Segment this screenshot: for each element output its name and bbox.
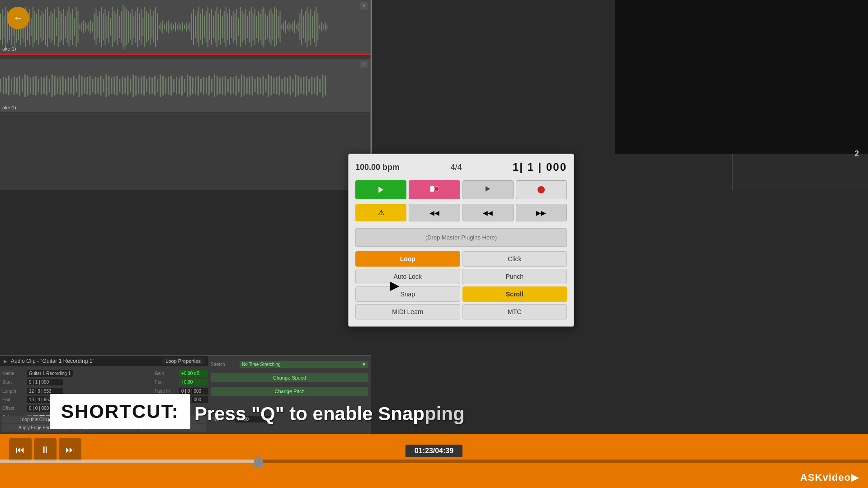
waveform-track-2[interactable]: ake 1) + — [0, 59, 370, 113]
stop-record-button[interactable] — [409, 180, 460, 199]
svg-rect-21 — [36, 14, 37, 41]
svg-rect-24 — [42, 11, 42, 42]
name-value[interactable]: Guitar 1 Recording 1 — [27, 370, 73, 377]
start-value[interactable]: 0 | 1 | 000 — [27, 379, 63, 385]
svg-rect-95 — [170, 25, 170, 29]
svg-rect-262 — [211, 79, 212, 93]
add-track-button[interactable]: + — [360, 2, 368, 9]
pause-button[interactable]: ⏸ — [34, 438, 57, 461]
add-track-2-button[interactable]: + — [360, 61, 368, 68]
svg-rect-72 — [128, 11, 129, 42]
svg-rect-189 — [14, 77, 15, 95]
svg-rect-243 — [160, 75, 161, 97]
scroll-button[interactable]: Scroll — [462, 286, 567, 302]
svg-rect-257 — [198, 76, 199, 96]
svg-rect-161 — [288, 23, 289, 32]
svg-rect-117 — [209, 14, 210, 41]
svg-rect-318 — [430, 186, 434, 192]
rewind-button[interactable]: ◀◀ — [462, 204, 514, 221]
svg-rect-120 — [215, 11, 216, 42]
svg-rect-36 — [63, 9, 64, 45]
svg-rect-211 — [73, 76, 75, 96]
svg-rect-130 — [233, 11, 234, 42]
svg-rect-191 — [19, 76, 20, 96]
stretch-value[interactable]: No Time-Stretching ▼ — [240, 361, 368, 368]
svg-rect-150 — [269, 11, 270, 42]
bpm-display[interactable]: 100.00 bpm — [355, 163, 400, 172]
svg-rect-158 — [283, 23, 284, 32]
svg-rect-278 — [255, 79, 256, 93]
svg-rect-53 — [94, 14, 94, 41]
svg-rect-47 — [83, 20, 84, 34]
svg-rect-59 — [104, 9, 105, 45]
svg-rect-78 — [139, 14, 140, 41]
back-icon: ← — [13, 12, 23, 24]
skip-back-button[interactable]: ⏮ — [9, 438, 32, 461]
svg-rect-160 — [287, 25, 288, 29]
svg-rect-170 — [305, 11, 306, 42]
svg-rect-110 — [197, 11, 198, 42]
svg-rect-155 — [278, 16, 278, 38]
waveform-track-1[interactable]: ake 1) + — [0, 0, 370, 54]
function-buttons-grid: Loop Click Auto Lock Punch Snap Scroll M… — [355, 251, 567, 319]
change-pitch-btn[interactable]: Change Pitch — [211, 387, 368, 396]
svg-rect-302 — [319, 79, 321, 93]
svg-rect-136 — [244, 14, 245, 41]
time-sig-display[interactable]: 4/4 — [450, 163, 462, 172]
svg-rect-85 — [151, 16, 152, 38]
play-record-button[interactable] — [355, 180, 406, 199]
svg-rect-58 — [103, 14, 104, 41]
click-button[interactable]: Click — [462, 251, 567, 267]
length-value[interactable]: 12 | 3 | 953 — [27, 388, 63, 394]
bottom-bar: ⏮ ⏸ ⏭ 01:23/04:39 — [0, 434, 868, 488]
svg-rect-115 — [206, 11, 207, 42]
loop-properties-tab[interactable]: Loop Properties — [162, 357, 204, 365]
svg-rect-241 — [154, 76, 156, 96]
svg-rect-154 — [276, 9, 277, 45]
svg-rect-288 — [281, 79, 283, 93]
svg-rect-63 — [112, 7, 113, 47]
svg-rect-134 — [240, 7, 241, 47]
loop-button[interactable]: Loop — [355, 251, 460, 267]
svg-rect-317 — [378, 187, 380, 192]
skip-forward-button[interactable]: ⏭ — [59, 438, 81, 461]
svg-rect-168 — [301, 9, 302, 45]
svg-rect-228 — [119, 79, 120, 93]
mtc-button[interactable]: MTC — [462, 304, 567, 319]
svg-rect-165 — [296, 25, 297, 29]
rewind-to-start-button[interactable]: ◀◀ — [409, 204, 460, 221]
svg-rect-203 — [52, 75, 53, 97]
svg-rect-169 — [303, 16, 304, 38]
svg-rect-40 — [71, 14, 71, 41]
svg-rect-60 — [106, 16, 107, 38]
shortcut-box: SHORTCUT: — [50, 394, 190, 429]
punch-button[interactable]: Punch — [462, 269, 567, 284]
record-button[interactable] — [516, 180, 567, 199]
transport-main-buttons — [355, 180, 567, 199]
svg-rect-217 — [90, 76, 91, 96]
snap-button[interactable]: Snap — [355, 286, 460, 302]
svg-rect-125 — [224, 11, 225, 42]
svg-rect-287 — [278, 76, 280, 96]
svg-rect-250 — [179, 78, 180, 94]
warning-button[interactable]: ⚠ — [355, 204, 406, 221]
svg-rect-284 — [271, 76, 272, 96]
svg-rect-249 — [176, 77, 177, 95]
back-button[interactable]: ← — [7, 7, 29, 29]
svg-rect-101 — [180, 25, 181, 29]
fast-forward-button[interactable]: ▶▶ — [516, 204, 567, 221]
progress-bar[interactable] — [0, 460, 868, 463]
change-speed-btn[interactable]: Change Speed — [211, 373, 368, 382]
svg-rect-98 — [175, 23, 176, 32]
svg-rect-152 — [273, 14, 274, 41]
svg-rect-140 — [251, 7, 252, 47]
svg-rect-186 — [5, 78, 7, 94]
svg-rect-145 — [260, 14, 261, 41]
play-button[interactable] — [462, 180, 514, 199]
midi-learn-button[interactable]: MIDI Learn — [355, 304, 460, 319]
svg-rect-127 — [227, 14, 228, 41]
svg-rect-283 — [268, 75, 269, 97]
auto-lock-button[interactable]: Auto Lock — [355, 269, 460, 284]
svg-rect-213 — [79, 75, 80, 97]
svg-rect-19 — [33, 7, 33, 47]
